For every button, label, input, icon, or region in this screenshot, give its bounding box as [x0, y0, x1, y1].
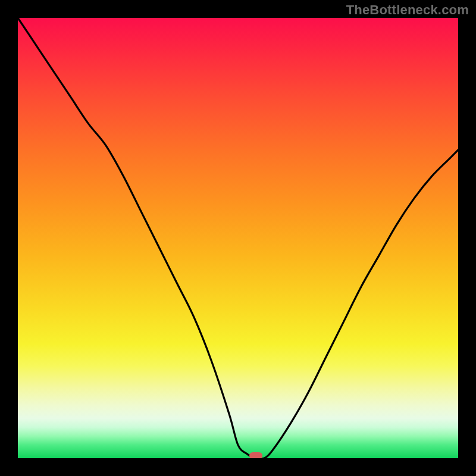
watermark-text: TheBottleneck.com: [346, 2, 469, 18]
plot-area: [18, 18, 458, 458]
chart-frame: TheBottleneck.com: [0, 0, 476, 476]
optimum-marker: [249, 452, 262, 458]
bottleneck-curve: [18, 18, 458, 458]
